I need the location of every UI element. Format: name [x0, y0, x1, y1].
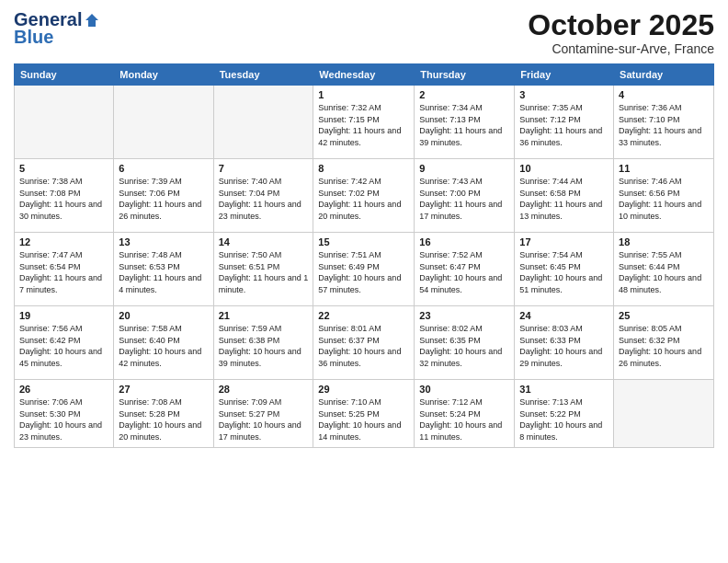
- table-row: 3Sunrise: 7:35 AM Sunset: 7:12 PM Daylig…: [515, 86, 614, 159]
- day-info: Sunrise: 7:39 AM Sunset: 7:06 PM Dayligh…: [119, 176, 208, 222]
- table-row: 26Sunrise: 7:06 AM Sunset: 5:30 PM Dayli…: [15, 380, 114, 447]
- day-info: Sunrise: 8:01 AM Sunset: 6:37 PM Dayligh…: [318, 323, 409, 369]
- table-row: 11Sunrise: 7:46 AM Sunset: 6:56 PM Dayli…: [614, 159, 714, 233]
- table-row: 17Sunrise: 7:54 AM Sunset: 6:45 PM Dayli…: [515, 233, 614, 306]
- day-number: 13: [119, 236, 208, 247]
- page-container: General Blue October 2025 Contamine-sur-…: [0, 0, 728, 457]
- table-row: 29Sunrise: 7:10 AM Sunset: 5:25 PM Dayli…: [313, 380, 415, 447]
- day-number: 21: [219, 310, 309, 321]
- table-row: 27Sunrise: 7:08 AM Sunset: 5:28 PM Dayli…: [114, 380, 213, 447]
- location-subtitle: Contamine-sur-Arve, France: [528, 41, 714, 56]
- day-number: 12: [19, 236, 108, 247]
- day-info: Sunrise: 7:51 AM Sunset: 6:49 PM Dayligh…: [318, 249, 409, 295]
- day-info: Sunrise: 7:47 AM Sunset: 6:54 PM Dayligh…: [19, 249, 108, 295]
- day-number: 6: [119, 163, 208, 174]
- table-row: 13Sunrise: 7:48 AM Sunset: 6:53 PM Dayli…: [114, 233, 213, 306]
- table-row: 18Sunrise: 7:55 AM Sunset: 6:44 PM Dayli…: [614, 233, 714, 306]
- table-row: 4Sunrise: 7:36 AM Sunset: 7:10 PM Daylig…: [614, 86, 714, 159]
- day-number: 19: [19, 310, 108, 321]
- header-monday: Monday: [114, 64, 213, 86]
- table-row: 25Sunrise: 8:05 AM Sunset: 6:32 PM Dayli…: [614, 306, 714, 380]
- day-number: 31: [519, 384, 609, 395]
- header-saturday: Saturday: [614, 64, 714, 86]
- day-info: Sunrise: 7:40 AM Sunset: 7:04 PM Dayligh…: [219, 176, 309, 222]
- day-number: 26: [19, 384, 108, 395]
- table-row: 12Sunrise: 7:47 AM Sunset: 6:54 PM Dayli…: [15, 233, 114, 306]
- day-number: 15: [318, 236, 409, 247]
- table-row: 16Sunrise: 7:52 AM Sunset: 6:47 PM Dayli…: [415, 233, 515, 306]
- table-row: 7Sunrise: 7:40 AM Sunset: 7:04 PM Daylig…: [213, 159, 313, 233]
- day-number: 28: [219, 384, 309, 395]
- day-info: Sunrise: 7:08 AM Sunset: 5:28 PM Dayligh…: [119, 396, 208, 442]
- day-number: 11: [619, 163, 709, 174]
- calendar-table: Sunday Monday Tuesday Wednesday Thursday…: [14, 63, 714, 447]
- day-info: Sunrise: 7:06 AM Sunset: 5:30 PM Dayligh…: [19, 396, 108, 442]
- day-number: 29: [318, 384, 409, 395]
- table-row: 24Sunrise: 8:03 AM Sunset: 6:33 PM Dayli…: [515, 306, 614, 380]
- table-row: 22Sunrise: 8:01 AM Sunset: 6:37 PM Dayli…: [313, 306, 415, 380]
- table-row: 14Sunrise: 7:50 AM Sunset: 6:51 PM Dayli…: [213, 233, 313, 306]
- title-block: October 2025 Contamine-sur-Arve, France: [528, 9, 714, 56]
- logo-icon: [84, 12, 100, 29]
- day-info: Sunrise: 7:10 AM Sunset: 5:25 PM Dayligh…: [318, 396, 409, 442]
- table-row: 31Sunrise: 7:13 AM Sunset: 5:22 PM Dayli…: [515, 380, 614, 447]
- day-number: 30: [419, 384, 509, 395]
- day-info: Sunrise: 7:44 AM Sunset: 6:58 PM Dayligh…: [519, 176, 609, 222]
- table-row: [213, 86, 313, 159]
- day-info: Sunrise: 7:52 AM Sunset: 6:47 PM Dayligh…: [419, 249, 509, 295]
- header-friday: Friday: [515, 64, 614, 86]
- table-row: 1Sunrise: 7:32 AM Sunset: 7:15 PM Daylig…: [313, 86, 415, 159]
- logo-blue: Blue: [14, 27, 53, 48]
- day-number: 7: [219, 163, 309, 174]
- table-row: 8Sunrise: 7:42 AM Sunset: 7:02 PM Daylig…: [313, 159, 415, 233]
- day-number: 20: [119, 310, 208, 321]
- day-info: Sunrise: 7:58 AM Sunset: 6:40 PM Dayligh…: [119, 323, 208, 369]
- day-number: 22: [318, 310, 409, 321]
- day-number: 24: [519, 310, 609, 321]
- day-info: Sunrise: 7:59 AM Sunset: 6:38 PM Dayligh…: [219, 323, 309, 369]
- day-number: 16: [419, 236, 509, 247]
- day-number: 23: [419, 310, 509, 321]
- svg-marker-0: [85, 14, 98, 27]
- day-info: Sunrise: 8:02 AM Sunset: 6:35 PM Dayligh…: [419, 323, 509, 369]
- day-number: 25: [619, 310, 709, 321]
- table-row: 21Sunrise: 7:59 AM Sunset: 6:38 PM Dayli…: [213, 306, 313, 380]
- day-info: Sunrise: 8:03 AM Sunset: 6:33 PM Dayligh…: [519, 323, 609, 369]
- day-number: 8: [318, 163, 409, 174]
- table-row: 5Sunrise: 7:38 AM Sunset: 7:08 PM Daylig…: [15, 159, 114, 233]
- day-number: 2: [419, 89, 509, 100]
- day-info: Sunrise: 7:50 AM Sunset: 6:51 PM Dayligh…: [219, 249, 309, 295]
- day-info: Sunrise: 8:05 AM Sunset: 6:32 PM Dayligh…: [619, 323, 709, 369]
- table-row: 10Sunrise: 7:44 AM Sunset: 6:58 PM Dayli…: [515, 159, 614, 233]
- table-row: 30Sunrise: 7:12 AM Sunset: 5:24 PM Dayli…: [415, 380, 515, 447]
- day-info: Sunrise: 7:56 AM Sunset: 6:42 PM Dayligh…: [19, 323, 108, 369]
- day-info: Sunrise: 7:54 AM Sunset: 6:45 PM Dayligh…: [519, 249, 609, 295]
- day-info: Sunrise: 7:43 AM Sunset: 7:00 PM Dayligh…: [419, 176, 509, 222]
- header-sunday: Sunday: [15, 64, 114, 86]
- table-row: 9Sunrise: 7:43 AM Sunset: 7:00 PM Daylig…: [415, 159, 515, 233]
- header-tuesday: Tuesday: [213, 64, 313, 86]
- header-wednesday: Wednesday: [313, 64, 415, 86]
- day-info: Sunrise: 7:38 AM Sunset: 7:08 PM Dayligh…: [19, 176, 108, 222]
- table-row: [614, 380, 714, 447]
- day-info: Sunrise: 7:46 AM Sunset: 6:56 PM Dayligh…: [619, 176, 709, 222]
- day-info: Sunrise: 7:55 AM Sunset: 6:44 PM Dayligh…: [619, 249, 709, 295]
- day-info: Sunrise: 7:36 AM Sunset: 7:10 PM Dayligh…: [619, 102, 709, 148]
- day-number: 27: [119, 384, 208, 395]
- day-number: 3: [519, 89, 609, 100]
- header-thursday: Thursday: [415, 64, 515, 86]
- day-number: 9: [419, 163, 509, 174]
- day-info: Sunrise: 7:12 AM Sunset: 5:24 PM Dayligh…: [419, 396, 509, 442]
- table-row: [15, 86, 114, 159]
- day-number: 17: [519, 236, 609, 247]
- day-number: 18: [619, 236, 709, 247]
- table-row: [114, 86, 213, 159]
- table-row: 19Sunrise: 7:56 AM Sunset: 6:42 PM Dayli…: [15, 306, 114, 380]
- day-info: Sunrise: 7:34 AM Sunset: 7:13 PM Dayligh…: [419, 102, 509, 148]
- day-info: Sunrise: 7:09 AM Sunset: 5:27 PM Dayligh…: [219, 396, 309, 442]
- month-title: October 2025: [528, 9, 714, 41]
- logo: General Blue: [14, 9, 100, 48]
- day-info: Sunrise: 7:35 AM Sunset: 7:12 PM Dayligh…: [519, 102, 609, 148]
- day-number: 1: [318, 89, 409, 100]
- day-info: Sunrise: 7:32 AM Sunset: 7:15 PM Dayligh…: [318, 102, 409, 148]
